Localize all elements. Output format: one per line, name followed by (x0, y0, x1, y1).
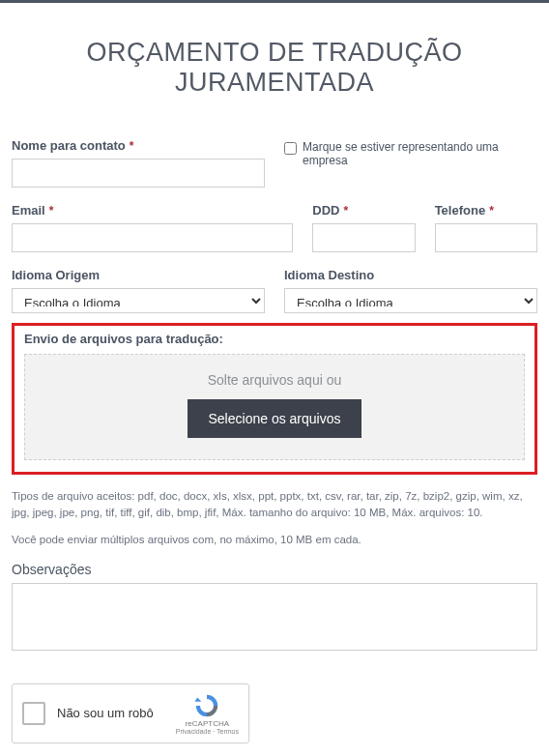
svg-marker-0 (195, 697, 202, 701)
recaptcha-brand: reCAPTCHA (186, 719, 229, 728)
observations-label: Observações (12, 562, 537, 577)
company-checkbox-label: Marque se estiver representando uma empr… (303, 140, 537, 167)
recaptcha-widget[interactable]: Não sou um robô reCAPTCHA Privacidade · … (12, 683, 249, 743)
recaptcha-privacy: Privacidade · Termos (176, 728, 239, 735)
contact-name-input[interactable] (12, 159, 265, 188)
observations-textarea[interactable] (12, 583, 537, 651)
recaptcha-icon (193, 692, 220, 719)
dest-lang-select[interactable]: Escolha o Idioma (284, 288, 537, 313)
required-asterisk: * (130, 139, 134, 153)
origin-lang-label: Idioma Origem (12, 268, 100, 282)
required-asterisk: * (489, 204, 494, 218)
ddd-input[interactable] (312, 223, 415, 252)
required-asterisk: * (49, 204, 54, 218)
multi-upload-text: Você pode enviar múltiplos arquivos com,… (12, 532, 537, 548)
upload-highlight-box: Envio de arquivos para tradução: Solte a… (12, 323, 537, 475)
email-input[interactable] (12, 223, 293, 252)
dest-lang-label: Idioma Destino (284, 268, 374, 282)
ddd-label: DDD (312, 203, 339, 218)
phone-label: Telefone (435, 203, 486, 218)
company-checkbox[interactable] (284, 142, 297, 155)
origin-lang-select[interactable]: Escolha o Idioma (12, 288, 265, 313)
upload-section-label: Envio de arquivos para tradução: (24, 332, 525, 346)
select-files-button[interactable]: Selecione os arquivos (188, 399, 362, 438)
upload-dropzone[interactable]: Solte arquivos aqui ou Selecione os arqu… (24, 354, 525, 460)
upload-drop-text: Solte arquivos aqui ou (35, 372, 514, 388)
required-asterisk: * (343, 204, 348, 218)
accepted-types-text: Tipos de arquivo aceitos: pdf, doc, docx… (12, 488, 537, 522)
page-title: ORÇAMENTO DE TRADUÇÃO JURAMENTADA (12, 38, 537, 98)
recaptcha-checkbox[interactable] (22, 702, 45, 725)
phone-input[interactable] (435, 223, 537, 252)
email-label: Email (12, 203, 45, 218)
contact-name-label: Nome para contato (12, 138, 126, 153)
recaptcha-label: Não sou um robô (57, 706, 176, 720)
